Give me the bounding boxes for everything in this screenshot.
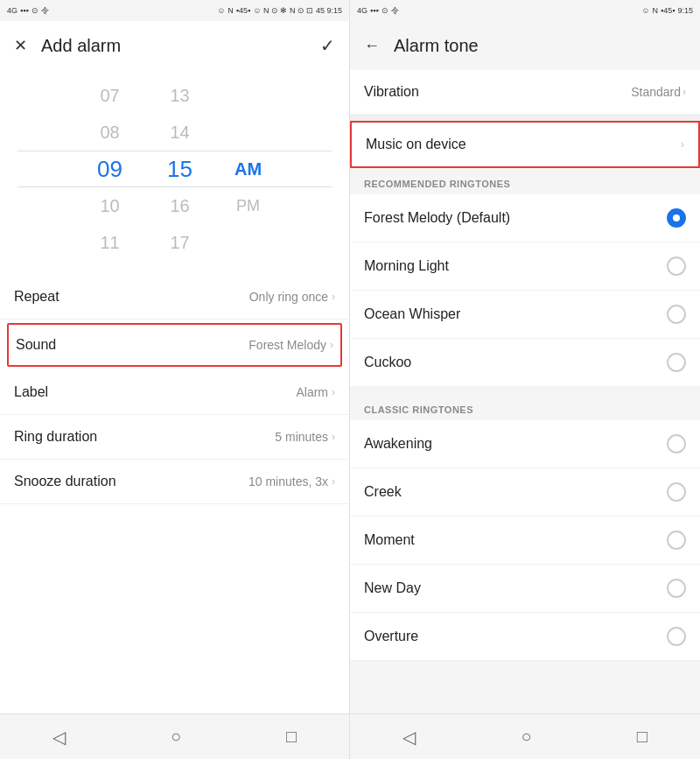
ringtone-name-morning: Morning Light <box>364 258 449 274</box>
battery-icon-r: ▪45▪ <box>661 6 675 15</box>
classic-section-header: CLASSIC RINGTONES <box>350 394 700 420</box>
ringtone-name-new-day: New Day <box>364 580 421 596</box>
ringtone-morning-light[interactable]: Morning Light <box>350 242 700 291</box>
home-button-r[interactable]: ○ <box>500 720 552 754</box>
network-icon-r: 4G <box>357 6 368 15</box>
ringtone-name-cuckoo: Cuckoo <box>364 355 411 370</box>
hours-column[interactable]: 07 08 09 10 11 <box>75 77 145 261</box>
chevron-icon-v: › <box>682 86 686 98</box>
ringtone-awakening[interactable]: Awakening <box>350 420 700 468</box>
sound-value: Forest Melody › <box>248 338 333 352</box>
notification-icon-r: ☺ <box>641 6 649 15</box>
radio-creek[interactable] <box>667 482 686 502</box>
label-row[interactable]: Label Alarm › <box>0 370 349 415</box>
radio-overture[interactable] <box>667 627 686 646</box>
bottom-nav-right: ◁ ○ □ <box>350 713 700 759</box>
ringtone-name-creek: Creek <box>364 484 402 500</box>
wifi-icon-r: ⊙ <box>382 6 388 15</box>
radio-awakening[interactable] <box>667 434 686 453</box>
ringtone-overture[interactable]: Overture <box>350 613 700 661</box>
ringtone-ocean-whisper[interactable]: Ocean Whisper <box>350 291 700 339</box>
ampm-am[interactable]: AM <box>234 151 262 187</box>
alarm-tone-panel: 4G ▪▪▪ ⊙ 令 ☺ N ▪45▪ 9:15 ← Alarm tone Vi… <box>350 0 700 759</box>
ringtone-creek[interactable]: Creek <box>350 468 700 517</box>
ring-duration-value: 5 minutes › <box>275 430 335 444</box>
wifi-icon: ⊙ <box>32 6 38 15</box>
snooze-duration-value: 10 minutes, 3x › <box>248 474 335 488</box>
nfc-icon-r: N <box>653 6 659 15</box>
ringtone-name-overture: Overture <box>364 629 418 644</box>
vibration-label: Vibration <box>364 84 419 100</box>
recent-button-r[interactable]: □ <box>616 720 668 754</box>
hour-08: 08 <box>75 114 145 151</box>
label-label: Label <box>14 384 48 400</box>
back-button[interactable]: ◁ <box>32 720 87 755</box>
snooze-duration-row[interactable]: Snooze duration 10 minutes, 3x › <box>0 460 349 504</box>
chevron-icon: › <box>330 339 333 351</box>
ampm-column[interactable]: AM PM <box>222 77 275 261</box>
chevron-icon: › <box>332 431 335 443</box>
chevron-icon: › <box>332 291 335 303</box>
music-on-device-row[interactable]: Music on device › <box>350 121 700 168</box>
vibration-row[interactable]: Vibration Standard › <box>350 70 700 121</box>
snooze-duration-label: Snooze duration <box>14 474 116 489</box>
close-button[interactable]: ✕ <box>14 36 27 55</box>
label-value: Alarm › <box>296 385 335 399</box>
confirm-button[interactable]: ✓ <box>320 35 335 56</box>
ringtone-moment[interactable]: Moment <box>350 517 700 565</box>
minute-16: 16 <box>145 187 215 224</box>
home-button[interactable]: ○ <box>150 720 202 754</box>
radio-new-day[interactable] <box>667 579 686 598</box>
sound-row[interactable]: Sound Forest Melody › <box>7 323 342 367</box>
ring-duration-row[interactable]: Ring duration 5 minutes › <box>0 415 349 460</box>
hour-11: 11 <box>75 224 145 261</box>
status-bar-left: 4G ▪▪▪ ⊙ 令 ☺ N ▪45▪ ☺ N ⊙ ✻ N ⊙ ⊡ 45 9:1… <box>0 0 349 21</box>
add-alarm-header: ✕ Add alarm ✓ <box>0 21 349 70</box>
ringtone-new-day[interactable]: New Day <box>350 565 700 613</box>
classic-ringtones: Awakening Creek Moment New Day Overture <box>350 420 700 661</box>
recommended-section-header: RECOMMENDED RINGTONES <box>350 168 700 194</box>
ringtone-name-ocean: Ocean Whisper <box>364 306 460 322</box>
back-button-r[interactable]: ← <box>364 37 380 55</box>
time-picker[interactable]: 07 08 09 10 11 13 14 15 16 17 AM PM <box>0 70 349 268</box>
radio-moment[interactable] <box>667 531 686 550</box>
ring-duration-label: Ring duration <box>14 429 97 445</box>
status-right-icons: ☺ N ▪45▪ ☺ N ⊙ ✻ N ⊙ ⊡ 45 9:15 <box>217 6 342 15</box>
bottom-nav-left: ◁ ○ □ <box>0 713 349 759</box>
ringtone-cuckoo[interactable]: Cuckoo <box>350 339 700 387</box>
ringtone-name-moment: Moment <box>364 532 415 548</box>
minutes-column[interactable]: 13 14 15 16 17 <box>145 77 215 261</box>
recent-button[interactable]: □ <box>265 720 318 754</box>
music-on-device-label: Music on device <box>366 137 466 152</box>
ringtone-forest-melody[interactable]: Forest Melody (Default) <box>350 194 700 242</box>
repeat-row[interactable]: Repeat Only ring once › <box>0 275 349 320</box>
chevron-icon: › <box>332 386 335 398</box>
radio-forest-melody[interactable] <box>667 208 686 228</box>
back-button-nav-r[interactable]: ◁ <box>382 720 437 755</box>
radio-cuckoo[interactable] <box>667 353 686 372</box>
battery-icon: ▪45▪ <box>236 6 250 15</box>
network-icon: 4G <box>7 6 18 15</box>
repeat-value: Only ring once › <box>249 290 335 304</box>
radio-morning-light[interactable] <box>667 257 686 276</box>
status-right-icons-r: ☺ N ▪45▪ 9:15 <box>641 6 693 15</box>
minute-14: 14 <box>145 114 215 151</box>
chevron-icon-m: › <box>681 138 684 151</box>
status-left-icons-r: 4G ▪▪▪ ⊙ 令 <box>357 5 399 17</box>
signal-icon-r: ▪▪▪ <box>370 6 379 15</box>
minute-17: 17 <box>145 224 215 261</box>
time-right: 9:15 <box>677 6 693 15</box>
repeat-label: Repeat <box>14 289 60 305</box>
page-title: Add alarm <box>41 36 306 56</box>
status-bar-right: 4G ▪▪▪ ⊙ 令 ☺ N ▪45▪ 9:15 <box>350 0 700 21</box>
ampm-pm[interactable]: PM <box>236 187 260 224</box>
radio-ocean-whisper[interactable] <box>667 305 686 324</box>
ringtone-name-awakening: Awakening <box>364 436 432 452</box>
signal-icon: ▪▪▪ <box>20 6 29 15</box>
hour-09[interactable]: 09 <box>75 151 145 187</box>
hour-10: 10 <box>75 187 145 224</box>
minute-15[interactable]: 15 <box>145 151 215 187</box>
recommended-ringtones: Forest Melody (Default) Morning Light Oc… <box>350 194 700 387</box>
notification-icon: ☺ <box>217 6 225 15</box>
chevron-icon: › <box>332 475 335 488</box>
